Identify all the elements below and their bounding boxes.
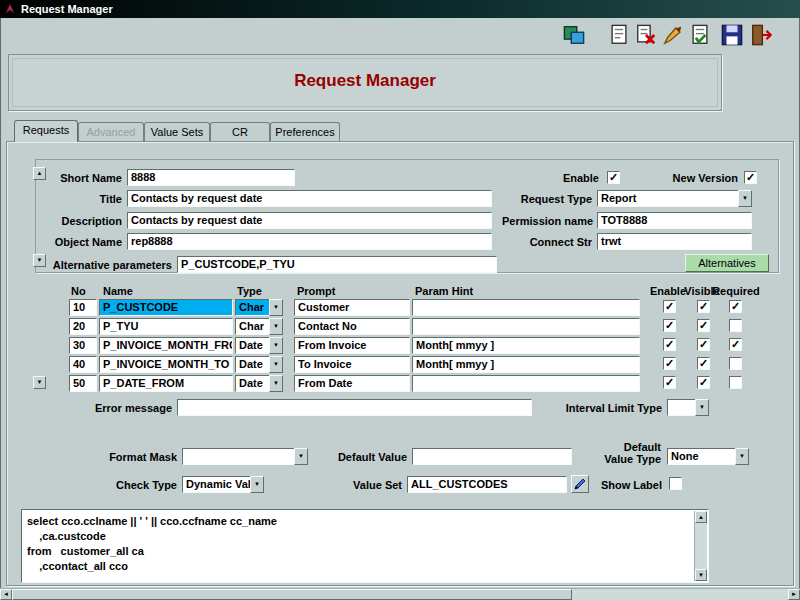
interval-limit-type-select[interactable]: ▼ (667, 399, 709, 416)
enable-checkbox[interactable] (607, 171, 620, 184)
paste-record-icon[interactable] (689, 24, 711, 46)
scroll-right-arrow-icon[interactable]: ► (788, 589, 800, 600)
sql-vertical-scrollbar[interactable]: ▲ ▼ (694, 511, 707, 581)
row-prompt[interactable]: Contact No (294, 318, 410, 335)
tab-value-sets[interactable]: Value Sets (144, 122, 210, 142)
default-value-type-select[interactable]: None ▼ (667, 448, 749, 465)
alternatives-button[interactable]: Alternatives (685, 254, 769, 272)
request-type-select[interactable]: Report ▼ (597, 190, 752, 207)
show-label-checkbox[interactable] (669, 477, 682, 490)
row-type-select[interactable]: Date ▼ (235, 337, 283, 354)
permission-name-label: Permission name (502, 215, 592, 227)
row-enable-checkbox[interactable] (663, 376, 676, 389)
object-name-field[interactable]: rep8888 (127, 233, 492, 250)
edit-brush-icon[interactable] (662, 24, 684, 46)
format-mask-select[interactable]: ▼ (182, 448, 308, 465)
scroll-up-arrow-icon[interactable]: ▲ (695, 511, 707, 523)
exit-icon[interactable] (750, 24, 772, 46)
new-version-checkbox[interactable] (744, 171, 757, 184)
row-hint[interactable]: Month[ mmyy ] (412, 337, 640, 354)
tab-cr[interactable]: CR (210, 122, 270, 142)
row-name[interactable]: P_INVOICE_MONTH_FROM (99, 337, 233, 354)
sql-line: ,ca.custcode (22, 529, 708, 544)
chevron-down-icon[interactable]: ▼ (250, 476, 264, 493)
scroll-down-arrow-icon[interactable]: ▼ (695, 569, 707, 581)
row-name[interactable]: P_INVOICE_MONTH_TO (99, 356, 233, 373)
row-required-checkbox[interactable] (729, 376, 742, 389)
row-type-select[interactable]: Char ▼ (235, 318, 283, 335)
row-prompt[interactable]: From Invoice (294, 337, 410, 354)
copy-record-icon[interactable] (608, 24, 630, 46)
chevron-down-icon[interactable]: ▼ (269, 318, 283, 335)
value-set-field[interactable]: ALL_CUSTCODES (407, 476, 567, 493)
chevron-down-icon[interactable]: ▼ (269, 356, 283, 373)
check-type-select[interactable]: Dynamic Valu... ▼ (182, 476, 264, 493)
requests-tab-page: ▲ ▼ Short Name 8888 Enable New Version T… (6, 141, 794, 586)
row-hint[interactable] (412, 375, 640, 392)
delete-record-icon[interactable] (635, 24, 657, 46)
row-no[interactable]: 50 (69, 375, 97, 392)
description-label: Description (47, 215, 122, 227)
tab-preferences[interactable]: Preferences (270, 122, 340, 142)
row-visible-checkbox[interactable] (697, 357, 710, 370)
row-enable-checkbox[interactable] (663, 319, 676, 332)
row-required-checkbox[interactable] (729, 300, 742, 313)
description-field[interactable]: Contacts by request date (127, 212, 492, 229)
chevron-down-icon[interactable]: ▼ (294, 448, 308, 465)
col-type: Type (237, 285, 262, 297)
row-no[interactable]: 20 (69, 318, 97, 335)
chevron-down-icon[interactable]: ▼ (269, 299, 283, 316)
chevron-down-icon[interactable]: ▼ (735, 448, 749, 465)
row-no[interactable]: 10 (69, 299, 97, 316)
short-name-field[interactable]: 8888 (127, 169, 295, 186)
row-no[interactable]: 40 (69, 356, 97, 373)
row-type-select[interactable]: Char ▼ (235, 299, 283, 316)
row-hint[interactable] (412, 299, 640, 316)
tab-requests[interactable]: Requests (14, 120, 78, 142)
error-message-field[interactable] (177, 399, 532, 416)
row-hint[interactable] (412, 318, 640, 335)
row-visible-checkbox[interactable] (697, 300, 710, 313)
row-prompt[interactable]: Customer (294, 299, 410, 316)
alt-params-field[interactable]: P_CUSTCODE,P_TYU (177, 256, 497, 273)
connect-str-field[interactable]: trwt (597, 233, 752, 250)
row-name[interactable]: P_TYU (99, 318, 233, 335)
row-prompt[interactable]: To Invoice (294, 356, 410, 373)
permission-name-field[interactable]: TOT8888 (597, 212, 752, 229)
scrollbar-thumb[interactable] (12, 589, 572, 600)
row-visible-checkbox[interactable] (697, 319, 710, 332)
sql-text-area[interactable]: select cco.cclname || ' ' || cco.ccfname… (21, 509, 709, 583)
scroll-down-button[interactable]: ▼ (33, 254, 46, 267)
new-version-label: New Version (672, 172, 738, 184)
row-enable-checkbox[interactable] (663, 300, 676, 313)
row-required-checkbox[interactable] (729, 338, 742, 351)
row-enable-checkbox[interactable] (663, 357, 676, 370)
chevron-down-icon[interactable]: ▼ (695, 399, 709, 416)
row-type-select[interactable]: Date ▼ (235, 375, 283, 392)
horizontal-scrollbar[interactable]: ◄ ► (0, 588, 800, 600)
tab-advanced[interactable]: Advanced (78, 122, 144, 142)
format-mask-label: Format Mask (97, 451, 177, 463)
row-required-checkbox[interactable] (729, 319, 742, 332)
navigator-icon[interactable] (563, 24, 585, 46)
scroll-down-button[interactable]: ▼ (33, 376, 46, 389)
default-value-field[interactable] (412, 448, 572, 465)
row-prompt[interactable]: From Date (294, 375, 410, 392)
save-icon[interactable] (721, 24, 743, 46)
row-enable-checkbox[interactable] (663, 338, 676, 351)
chevron-down-icon[interactable]: ▼ (269, 337, 283, 354)
row-type-select[interactable]: Date ▼ (235, 356, 283, 373)
value-set-editor-button[interactable] (571, 475, 589, 493)
scroll-up-button[interactable]: ▲ (33, 167, 46, 180)
row-name[interactable]: P_DATE_FROM (99, 375, 233, 392)
scroll-left-arrow-icon[interactable]: ◄ (0, 589, 12, 600)
row-no[interactable]: 30 (69, 337, 97, 354)
row-visible-checkbox[interactable] (697, 338, 710, 351)
row-hint[interactable]: Month[ mmyy ] (412, 356, 640, 373)
row-required-checkbox[interactable] (729, 357, 742, 370)
chevron-down-icon[interactable]: ▼ (738, 190, 752, 207)
title-field[interactable]: Contacts by request date (127, 190, 492, 207)
row-name[interactable]: P_CUSTCODE (99, 299, 233, 316)
chevron-down-icon[interactable]: ▼ (269, 375, 283, 392)
row-visible-checkbox[interactable] (697, 376, 710, 389)
